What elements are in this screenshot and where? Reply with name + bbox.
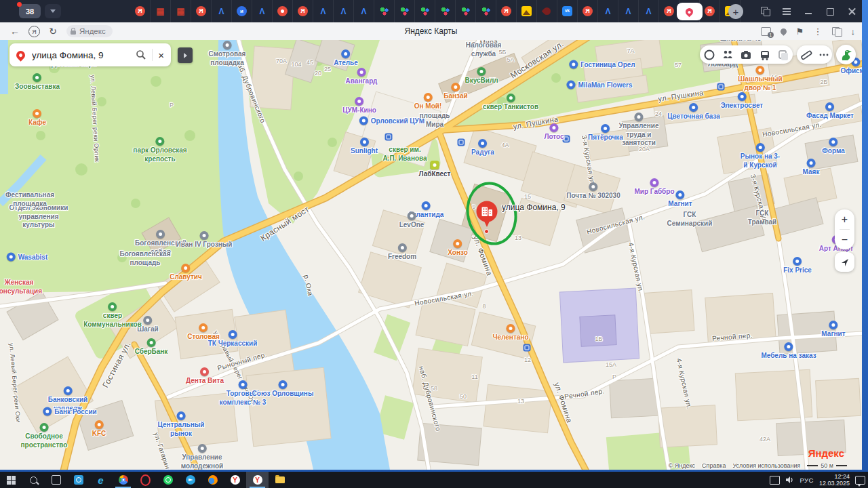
map-poi[interactable]: ЛабКвест <box>418 161 450 178</box>
map-poi[interactable]: Женскаяконсультация <box>0 278 42 295</box>
taskbar-icon-ybrowser[interactable]: Y <box>224 472 246 488</box>
tab-ya[interactable]: Я <box>700 0 720 22</box>
tab-nav[interactable]: Λ <box>354 0 374 22</box>
transit-stop-icon[interactable] <box>717 83 725 91</box>
map-poi[interactable]: Иван IV Грозный <box>176 231 233 249</box>
map-poi[interactable]: Союз Орловщины <box>252 380 314 398</box>
taskbar-icon-appblue[interactable] <box>67 472 90 488</box>
map-poi[interactable]: Банк России <box>43 407 96 416</box>
tab-cluster[interactable] <box>456 0 476 22</box>
map-poi[interactable]: Авангард <box>346 68 378 85</box>
map-poi[interactable]: скверКоммунальников <box>83 302 142 328</box>
search-result-marker[interactable] <box>475 201 498 230</box>
taskbar-icon-firefox[interactable] <box>201 472 224 488</box>
geolocation-button[interactable] <box>835 252 854 272</box>
map-poi[interactable]: Магнит <box>821 321 845 338</box>
map-poi[interactable]: Орловский ЦУМ <box>359 117 425 125</box>
map-poi[interactable]: Шашлычныйдвор № 1 <box>738 66 782 92</box>
menu-icon[interactable] <box>783 7 791 16</box>
tab-bird[interactable] <box>537 0 557 22</box>
map-poi[interactable]: Почта № 302030 <box>566 182 620 200</box>
taskbar-icon-ie[interactable]: e <box>90 472 112 488</box>
map-poi[interactable]: Кафе <box>28 109 46 127</box>
tab-cluster[interactable] <box>435 0 456 22</box>
map-poi[interactable]: ГСКТрамвай <box>748 209 777 226</box>
tab-list-dropdown-button[interactable] <box>45 4 61 18</box>
map-poi[interactable]: Фестивальнаяплощадка <box>5 190 54 207</box>
search-box[interactable]: × <box>9 43 171 66</box>
tab-cluster[interactable] <box>374 0 395 22</box>
zoom-in-button[interactable]: + <box>835 209 854 229</box>
help-link[interactable]: Справка <box>702 462 726 469</box>
tab-vk[interactable]: vk <box>557 0 578 22</box>
close-button[interactable] <box>848 7 856 16</box>
map-poi[interactable]: площадьМира <box>420 111 450 128</box>
notifications-icon[interactable] <box>855 476 865 485</box>
active-tab-maps[interactable] <box>677 3 703 20</box>
map-poi[interactable]: Смотроваяплощадка <box>209 41 246 66</box>
tab-nav[interactable]: Λ <box>639 0 659 22</box>
map-poi[interactable]: Гостиница Орел <box>569 60 635 69</box>
map-poi[interactable]: сквер Танкистов <box>483 94 538 111</box>
map-poi[interactable]: Зоовыставка <box>15 73 60 91</box>
tab-nav[interactable]: Λ <box>618 0 639 22</box>
transit-stop-icon[interactable] <box>458 139 465 146</box>
traffic-icon[interactable] <box>703 49 715 61</box>
volume-icon[interactable] <box>785 476 794 484</box>
transport-icon[interactable] <box>759 49 771 61</box>
tab-ya[interactable]: Я <box>130 0 151 22</box>
map-poi[interactable]: ВкусВилл <box>465 67 498 85</box>
map-poi[interactable]: Пятёрочка <box>588 124 623 142</box>
tab-counter-button[interactable]: 38 <box>19 4 41 18</box>
tab-nav[interactable]: Λ <box>212 0 232 22</box>
map-poi[interactable]: Форма <box>822 138 844 155</box>
sidebar-panels-icon[interactable] <box>832 27 842 36</box>
map-poi[interactable]: Электросвет <box>721 92 764 110</box>
map-poi[interactable]: Мебель на заказ <box>761 342 816 360</box>
map-poi[interactable]: Свободноепространство <box>21 423 68 449</box>
parking-icon[interactable] <box>777 49 789 61</box>
map-poi[interactable]: Цветочная база <box>667 103 720 121</box>
language-indicator[interactable]: РУС <box>800 476 814 484</box>
minimize-button[interactable] <box>804 7 813 16</box>
terms-link[interactable]: Условия использования <box>732 462 800 469</box>
new-tab-button[interactable]: + <box>728 4 743 19</box>
tab-nav[interactable]: Λ <box>252 0 273 22</box>
map-poi[interactable]: ЦУМ-Кино <box>342 97 376 115</box>
map-poi[interactable]: Маяк <box>803 159 820 176</box>
tab-reddot[interactable] <box>273 0 293 22</box>
map-poi[interactable]: Wasabist <box>7 253 48 262</box>
tab-ya[interactable]: Я <box>496 0 517 22</box>
taskbar-icon-search[interactable] <box>22 472 45 488</box>
map-poi[interactable]: Школа № 48 <box>720 40 762 42</box>
taskbar-icon-taskview[interactable] <box>45 472 67 488</box>
tab-nav[interactable]: Λ <box>313 0 334 22</box>
taskbar-icon-ybrowser[interactable]: Y <box>246 472 269 488</box>
map-poi[interactable]: Freedom <box>388 243 416 261</box>
map-poi[interactable]: ТК Черкасский <box>208 330 258 348</box>
photos-icon[interactable] <box>740 49 752 61</box>
map-poi[interactable]: Центральныйрынок <box>158 411 205 437</box>
map-poi[interactable]: Sunlight <box>351 138 378 155</box>
map-poi[interactable]: Ателье <box>334 49 358 67</box>
tab-ymaps[interactable] <box>517 0 537 22</box>
map-poi[interactable]: Управлениемолодежнойполитики <box>181 444 224 470</box>
transit-stop-icon[interactable] <box>385 134 393 141</box>
map-poi[interactable]: Он Мой! <box>414 93 442 110</box>
taskbar-icon-opera[interactable] <box>134 472 157 488</box>
tab-active[interactable] <box>679 0 700 22</box>
map-poi[interactable]: Радуга <box>471 139 494 157</box>
map-poi[interactable]: Магнит <box>668 190 692 208</box>
map-poi[interactable]: Налоговаяслужба <box>466 41 502 58</box>
search-input[interactable] <box>31 49 130 61</box>
extensions-icon[interactable]: 1 <box>761 27 771 36</box>
tab-cluster[interactable] <box>395 0 415 22</box>
tab-bldg[interactable]: ▦ <box>151 0 171 22</box>
map-poi[interactable]: Управлениетруда изанятости <box>618 113 658 147</box>
taskbar-icon-chrome[interactable] <box>112 472 134 488</box>
downloads-icon[interactable]: ↓ <box>851 26 856 37</box>
map-poi[interactable]: Фасад Маркет <box>806 102 854 120</box>
map-poi[interactable]: MilaMan Flowers <box>566 81 632 89</box>
search-icon[interactable] <box>136 49 146 60</box>
map-poi[interactable]: LevOne <box>399 211 425 229</box>
